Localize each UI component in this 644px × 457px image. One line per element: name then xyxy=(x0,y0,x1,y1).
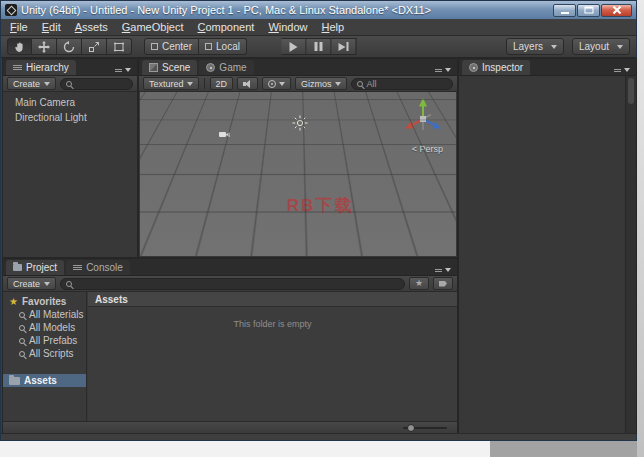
scene-effects-button[interactable] xyxy=(262,77,291,90)
inspector-panel: Inspector xyxy=(458,58,637,434)
hand-tool-button[interactable] xyxy=(7,38,32,55)
project-files-area[interactable]: Assets This folder is empty xyxy=(88,292,457,421)
panel-menu-icon xyxy=(614,69,621,72)
toggle-2d-button[interactable]: 2D xyxy=(210,77,234,90)
directional-light-gizmo-icon[interactable] xyxy=(292,115,308,135)
game-icon xyxy=(206,63,215,72)
2d-label: 2D xyxy=(216,79,228,89)
favorites-section[interactable]: ★ Favorites xyxy=(3,295,86,308)
rotate-icon xyxy=(63,41,75,53)
step-button[interactable] xyxy=(331,38,356,55)
tab-console[interactable]: Console xyxy=(66,260,130,275)
project-panel: Project Console Create ★ ★ xyxy=(2,258,458,434)
hierarchy-create-button[interactable]: Create xyxy=(7,77,56,90)
hierarchy-panel-menu[interactable] xyxy=(115,68,134,75)
titlebar[interactable]: Unity (64bit) - Untitled - New Unity Pro… xyxy=(1,1,636,19)
console-icon xyxy=(73,263,82,272)
project-tab-label: Project xyxy=(26,262,57,273)
inspector-scrollbar[interactable] xyxy=(625,76,636,433)
panel-menu-icon xyxy=(435,69,442,72)
project-panel-menu[interactable] xyxy=(435,268,454,275)
search-by-label-button[interactable] xyxy=(433,277,453,290)
gizmos-dropdown[interactable]: Gizmos xyxy=(295,77,347,90)
create-label: Create xyxy=(13,79,40,89)
favorite-label: All Models xyxy=(29,322,75,333)
space-icon xyxy=(205,43,212,50)
project-create-button[interactable]: Create xyxy=(7,277,56,290)
console-tab-label: Console xyxy=(86,262,123,273)
tab-hierarchy[interactable]: Hierarchy xyxy=(6,60,76,75)
favorite-label: All Scripts xyxy=(29,348,73,359)
camera-gizmo-icon[interactable] xyxy=(219,125,230,143)
gizmos-label: Gizmos xyxy=(301,79,332,89)
chevron-down-icon xyxy=(335,82,341,86)
rect-icon xyxy=(113,41,125,53)
menu-assets[interactable]: Assets xyxy=(68,20,115,34)
space-toggle-button[interactable]: Local xyxy=(199,38,247,55)
favorite-all-prefabs[interactable]: All Prefabs xyxy=(3,334,86,347)
menu-edit[interactable]: Edit xyxy=(35,20,68,34)
layers-label: Layers xyxy=(513,41,543,52)
minimize-button[interactable] xyxy=(553,4,576,17)
layers-dropdown[interactable]: Layers xyxy=(506,38,564,55)
hierarchy-item-main-camera[interactable]: Main Camera xyxy=(3,95,137,110)
saved-search-icon xyxy=(19,338,25,344)
scene-audio-button[interactable] xyxy=(237,77,258,90)
rotate-tool-button[interactable] xyxy=(57,38,82,55)
hierarchy-panel: Hierarchy Create Main Camera Directional… xyxy=(2,58,138,258)
menu-component[interactable]: Component xyxy=(191,20,262,34)
hierarchy-search-input[interactable] xyxy=(60,78,133,90)
chevron-down-icon xyxy=(187,82,193,86)
menu-help[interactable]: Help xyxy=(315,20,352,34)
scrollbar-thumb[interactable] xyxy=(628,78,634,104)
maximize-button[interactable] xyxy=(577,4,600,17)
scene-search-input[interactable]: All xyxy=(351,78,453,90)
layout-dropdown[interactable]: Layout xyxy=(572,38,630,55)
menu-file[interactable]: File xyxy=(3,20,35,34)
scene-tabbar: Scene Game xyxy=(139,59,457,76)
favorite-all-scripts[interactable]: All Scripts xyxy=(3,347,86,360)
toolbar-right-group: Layers Layout xyxy=(506,38,630,55)
scale-tool-button[interactable] xyxy=(82,38,107,55)
favorite-all-materials[interactable]: All Materials xyxy=(3,308,86,321)
inspector-panel-menu[interactable] xyxy=(614,68,633,75)
scene-viewport[interactable]: < Persp RB下载 xyxy=(140,92,456,256)
perspective-mode-label[interactable]: < Persp xyxy=(412,144,443,154)
search-by-type-button[interactable]: ★ xyxy=(409,277,429,290)
hierarchy-toolbar: Create xyxy=(3,76,137,92)
tab-inspector[interactable]: Inspector xyxy=(462,60,530,75)
tab-game[interactable]: Game xyxy=(199,60,253,75)
hierarchy-item-directional-light[interactable]: Directional Light xyxy=(3,110,137,125)
window-title: Unity (64bit) - Untitled - New Unity Pro… xyxy=(21,4,431,16)
hand-icon xyxy=(14,41,26,53)
favorite-all-models[interactable]: All Models xyxy=(3,321,86,334)
scene-orientation-gizmo[interactable] xyxy=(400,96,446,142)
close-button[interactable] xyxy=(601,4,632,17)
render-mode-dropdown[interactable]: Textured xyxy=(143,77,199,90)
game-tab-label: Game xyxy=(219,62,246,73)
menu-window[interactable]: Window xyxy=(261,20,314,34)
unity-app-icon xyxy=(5,4,17,16)
play-button[interactable] xyxy=(281,38,306,55)
thumbnail-zoom-slider[interactable] xyxy=(403,427,447,429)
project-tabbar: Project Console xyxy=(3,259,457,276)
tab-project[interactable]: Project xyxy=(6,260,64,275)
chevron-down-icon xyxy=(279,82,285,86)
scene-tab-label: Scene xyxy=(162,62,190,73)
pivot-icon xyxy=(151,43,158,50)
assets-folder-item[interactable]: Assets xyxy=(3,374,86,387)
play-controls xyxy=(281,38,356,55)
move-tool-button[interactable] xyxy=(32,38,57,55)
tab-scene[interactable]: Scene xyxy=(142,60,197,75)
scene-panel: Scene Game Textured 2D xyxy=(138,58,458,258)
menu-gameobject[interactable]: GameObject xyxy=(115,20,191,34)
pause-button[interactable] xyxy=(306,38,331,55)
window-controls xyxy=(553,4,632,17)
slider-thumb-icon[interactable] xyxy=(407,424,415,432)
scene-panel-menu[interactable] xyxy=(435,68,454,75)
pivot-toggle-button[interactable]: Center xyxy=(144,38,199,55)
space-label: Local xyxy=(216,41,240,52)
rect-tool-button[interactable] xyxy=(107,38,132,55)
effects-icon xyxy=(268,80,276,88)
project-search-input[interactable] xyxy=(60,278,405,290)
